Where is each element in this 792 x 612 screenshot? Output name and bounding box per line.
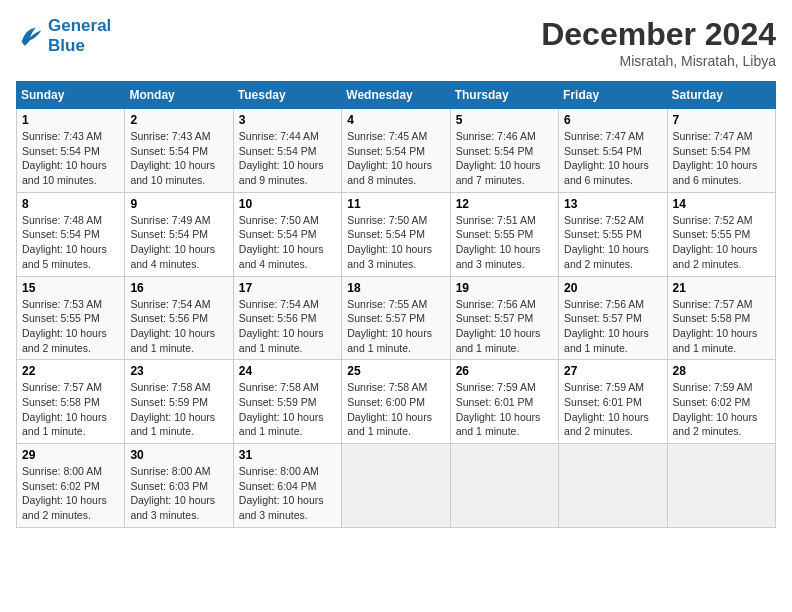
day-number: 1 — [22, 113, 119, 127]
day-info: Sunrise: 7:53 AMSunset: 5:55 PMDaylight:… — [22, 297, 119, 356]
calendar-day-cell: 2Sunrise: 7:43 AMSunset: 5:54 PMDaylight… — [125, 109, 233, 193]
calendar-day-cell: 13Sunrise: 7:52 AMSunset: 5:55 PMDayligh… — [559, 192, 667, 276]
day-number: 24 — [239, 364, 336, 378]
day-info: Sunrise: 7:55 AMSunset: 5:57 PMDaylight:… — [347, 297, 444, 356]
calendar-week-row: 1Sunrise: 7:43 AMSunset: 5:54 PMDaylight… — [17, 109, 776, 193]
month-title: December 2024 — [541, 16, 776, 53]
day-info: Sunrise: 7:54 AMSunset: 5:56 PMDaylight:… — [239, 297, 336, 356]
day-info: Sunrise: 7:47 AMSunset: 5:54 PMDaylight:… — [564, 129, 661, 188]
day-info: Sunrise: 7:54 AMSunset: 5:56 PMDaylight:… — [130, 297, 227, 356]
day-info: Sunrise: 7:57 AMSunset: 5:58 PMDaylight:… — [673, 297, 770, 356]
day-number: 6 — [564, 113, 661, 127]
calendar-day-cell: 30Sunrise: 8:00 AMSunset: 6:03 PMDayligh… — [125, 444, 233, 528]
calendar-day-cell: 31Sunrise: 8:00 AMSunset: 6:04 PMDayligh… — [233, 444, 341, 528]
day-number: 18 — [347, 281, 444, 295]
calendar-day-cell: 14Sunrise: 7:52 AMSunset: 5:55 PMDayligh… — [667, 192, 775, 276]
location-subtitle: Misratah, Misratah, Libya — [541, 53, 776, 69]
calendar-header-saturday: Saturday — [667, 82, 775, 109]
day-number: 16 — [130, 281, 227, 295]
day-info: Sunrise: 7:50 AMSunset: 5:54 PMDaylight:… — [347, 213, 444, 272]
day-number: 5 — [456, 113, 553, 127]
day-number: 10 — [239, 197, 336, 211]
calendar-day-cell: 20Sunrise: 7:56 AMSunset: 5:57 PMDayligh… — [559, 276, 667, 360]
day-number: 23 — [130, 364, 227, 378]
day-number: 12 — [456, 197, 553, 211]
day-info: Sunrise: 8:00 AMSunset: 6:04 PMDaylight:… — [239, 464, 336, 523]
calendar-day-cell: 28Sunrise: 7:59 AMSunset: 6:02 PMDayligh… — [667, 360, 775, 444]
calendar-day-cell: 8Sunrise: 7:48 AMSunset: 5:54 PMDaylight… — [17, 192, 125, 276]
calendar-day-cell: 4Sunrise: 7:45 AMSunset: 5:54 PMDaylight… — [342, 109, 450, 193]
day-number: 20 — [564, 281, 661, 295]
calendar-day-cell: 24Sunrise: 7:58 AMSunset: 5:59 PMDayligh… — [233, 360, 341, 444]
logo-text: General Blue — [48, 16, 111, 55]
day-number: 29 — [22, 448, 119, 462]
logo-icon — [16, 22, 44, 50]
day-info: Sunrise: 7:59 AMSunset: 6:01 PMDaylight:… — [564, 380, 661, 439]
day-info: Sunrise: 7:49 AMSunset: 5:54 PMDaylight:… — [130, 213, 227, 272]
page-header: General Blue December 2024 Misratah, Mis… — [16, 16, 776, 69]
calendar-header-wednesday: Wednesday — [342, 82, 450, 109]
calendar-day-cell: 29Sunrise: 8:00 AMSunset: 6:02 PMDayligh… — [17, 444, 125, 528]
calendar-day-cell: 9Sunrise: 7:49 AMSunset: 5:54 PMDaylight… — [125, 192, 233, 276]
day-number: 14 — [673, 197, 770, 211]
calendar-day-cell: 17Sunrise: 7:54 AMSunset: 5:56 PMDayligh… — [233, 276, 341, 360]
day-info: Sunrise: 7:47 AMSunset: 5:54 PMDaylight:… — [673, 129, 770, 188]
day-number: 22 — [22, 364, 119, 378]
calendar-header-thursday: Thursday — [450, 82, 558, 109]
calendar-day-cell: 19Sunrise: 7:56 AMSunset: 5:57 PMDayligh… — [450, 276, 558, 360]
calendar-header-monday: Monday — [125, 82, 233, 109]
calendar-day-cell: 25Sunrise: 7:58 AMSunset: 6:00 PMDayligh… — [342, 360, 450, 444]
day-number: 4 — [347, 113, 444, 127]
calendar-day-cell: 12Sunrise: 7:51 AMSunset: 5:55 PMDayligh… — [450, 192, 558, 276]
day-number: 15 — [22, 281, 119, 295]
calendar-day-cell: 1Sunrise: 7:43 AMSunset: 5:54 PMDaylight… — [17, 109, 125, 193]
calendar-day-cell: 7Sunrise: 7:47 AMSunset: 5:54 PMDaylight… — [667, 109, 775, 193]
calendar-day-cell: 15Sunrise: 7:53 AMSunset: 5:55 PMDayligh… — [17, 276, 125, 360]
day-info: Sunrise: 7:50 AMSunset: 5:54 PMDaylight:… — [239, 213, 336, 272]
day-number: 27 — [564, 364, 661, 378]
logo: General Blue — [16, 16, 111, 55]
calendar-header-friday: Friday — [559, 82, 667, 109]
empty-cell — [450, 444, 558, 528]
day-number: 11 — [347, 197, 444, 211]
calendar-day-cell: 3Sunrise: 7:44 AMSunset: 5:54 PMDaylight… — [233, 109, 341, 193]
calendar-week-row: 29Sunrise: 8:00 AMSunset: 6:02 PMDayligh… — [17, 444, 776, 528]
calendar-day-cell: 22Sunrise: 7:57 AMSunset: 5:58 PMDayligh… — [17, 360, 125, 444]
calendar-day-cell: 18Sunrise: 7:55 AMSunset: 5:57 PMDayligh… — [342, 276, 450, 360]
empty-cell — [342, 444, 450, 528]
day-info: Sunrise: 7:58 AMSunset: 5:59 PMDaylight:… — [239, 380, 336, 439]
day-number: 9 — [130, 197, 227, 211]
day-number: 21 — [673, 281, 770, 295]
day-number: 13 — [564, 197, 661, 211]
calendar-day-cell: 10Sunrise: 7:50 AMSunset: 5:54 PMDayligh… — [233, 192, 341, 276]
day-info: Sunrise: 7:59 AMSunset: 6:01 PMDaylight:… — [456, 380, 553, 439]
calendar-header-sunday: Sunday — [17, 82, 125, 109]
day-info: Sunrise: 7:57 AMSunset: 5:58 PMDaylight:… — [22, 380, 119, 439]
day-info: Sunrise: 7:43 AMSunset: 5:54 PMDaylight:… — [22, 129, 119, 188]
empty-cell — [559, 444, 667, 528]
calendar-header-tuesday: Tuesday — [233, 82, 341, 109]
day-number: 25 — [347, 364, 444, 378]
day-info: Sunrise: 7:48 AMSunset: 5:54 PMDaylight:… — [22, 213, 119, 272]
day-number: 30 — [130, 448, 227, 462]
day-info: Sunrise: 7:58 AMSunset: 5:59 PMDaylight:… — [130, 380, 227, 439]
day-info: Sunrise: 7:52 AMSunset: 5:55 PMDaylight:… — [564, 213, 661, 272]
day-info: Sunrise: 8:00 AMSunset: 6:02 PMDaylight:… — [22, 464, 119, 523]
calendar-day-cell: 5Sunrise: 7:46 AMSunset: 5:54 PMDaylight… — [450, 109, 558, 193]
calendar-day-cell: 26Sunrise: 7:59 AMSunset: 6:01 PMDayligh… — [450, 360, 558, 444]
empty-cell — [667, 444, 775, 528]
day-info: Sunrise: 7:56 AMSunset: 5:57 PMDaylight:… — [564, 297, 661, 356]
day-info: Sunrise: 7:56 AMSunset: 5:57 PMDaylight:… — [456, 297, 553, 356]
logo-general: General — [48, 16, 111, 35]
day-number: 17 — [239, 281, 336, 295]
day-number: 19 — [456, 281, 553, 295]
day-number: 28 — [673, 364, 770, 378]
day-info: Sunrise: 8:00 AMSunset: 6:03 PMDaylight:… — [130, 464, 227, 523]
calendar-week-row: 22Sunrise: 7:57 AMSunset: 5:58 PMDayligh… — [17, 360, 776, 444]
calendar-week-row: 15Sunrise: 7:53 AMSunset: 5:55 PMDayligh… — [17, 276, 776, 360]
calendar-body: 1Sunrise: 7:43 AMSunset: 5:54 PMDaylight… — [17, 109, 776, 528]
day-info: Sunrise: 7:59 AMSunset: 6:02 PMDaylight:… — [673, 380, 770, 439]
calendar-week-row: 8Sunrise: 7:48 AMSunset: 5:54 PMDaylight… — [17, 192, 776, 276]
day-number: 8 — [22, 197, 119, 211]
day-info: Sunrise: 7:43 AMSunset: 5:54 PMDaylight:… — [130, 129, 227, 188]
